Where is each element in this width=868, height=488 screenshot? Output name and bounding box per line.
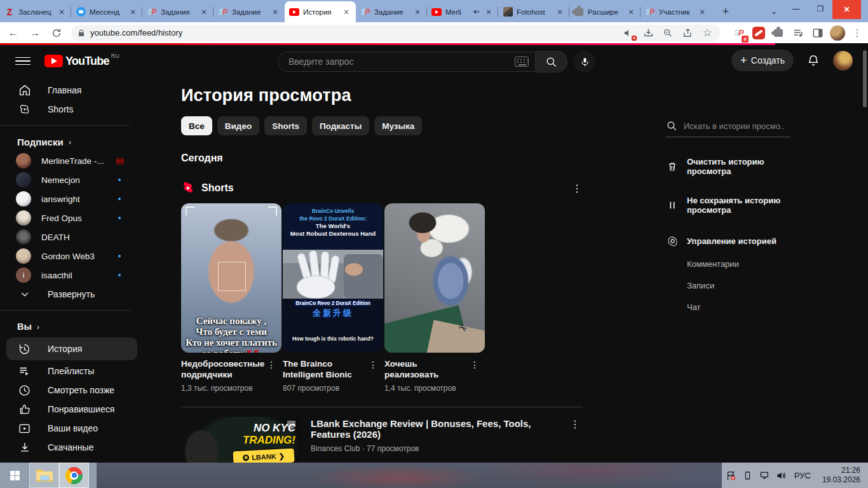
tab-zaslanec[interactable]: Z Засланец ✕	[0, 1, 71, 22]
tab-zadanie-2[interactable]: SP Задание ✕	[356, 1, 427, 22]
sidebar-item-home[interactable]: Главная	[0, 81, 146, 100]
browser-profile-avatar[interactable]	[830, 25, 845, 41]
history-search[interactable]	[666, 120, 790, 137]
youtube-search-input[interactable]	[288, 57, 515, 67]
tab-close-icon[interactable]: ✕	[412, 7, 423, 17]
short-title[interactable]: The Brainco Intelligent Bionic Hand ♥▯..…	[283, 358, 367, 380]
playlist-extension-icon[interactable]	[790, 25, 806, 41]
subscription-isaacthil[interactable]: i isaacthil	[0, 266, 146, 285]
keyboard-icon[interactable]	[515, 57, 529, 67]
youtube-logo[interactable]: YouTube RU	[44, 55, 119, 68]
phone-link-icon[interactable]	[740, 463, 756, 488]
shelf-menu-kebab-icon[interactable]: ⋮	[569, 182, 585, 194]
chip-podcasts[interactable]: Подкасты	[312, 116, 369, 135]
subscription-ianswright[interactable]: ianswright	[0, 189, 146, 208]
bookmark-star-icon[interactable]: ☆	[700, 26, 714, 40]
share-icon[interactable]	[681, 26, 695, 40]
taskbar-file-explorer[interactable]	[29, 463, 59, 488]
tab-merli[interactable]: Merli ✕	[427, 1, 498, 22]
subscriptions-header[interactable]: Подписки ›	[0, 132, 146, 151]
tab-close-icon[interactable]: ✕	[484, 7, 494, 17]
red-cube-extension-icon[interactable]	[751, 25, 766, 41]
tab-muted-icon[interactable]	[472, 7, 480, 17]
tab-close-icon[interactable]: ✕	[128, 7, 138, 17]
back-button[interactable]: ←	[5, 25, 22, 41]
subscription-death[interactable]: DEATH	[0, 227, 146, 247]
tab-close-icon[interactable]: ✕	[697, 7, 707, 17]
clear-history-button[interactable]: Очистить историю просмотра	[666, 157, 799, 176]
tab-uchastnik[interactable]: SP Участник ✕	[641, 1, 712, 22]
notifications-bell-icon[interactable]	[806, 53, 820, 67]
tab-close-icon[interactable]: ✕	[555, 7, 565, 17]
tab-close-icon[interactable]: ✕	[341, 7, 351, 17]
sidebar-expand[interactable]: Развернуть	[0, 285, 146, 304]
sidebar-item-watch-later[interactable]: Смотреть позже	[0, 381, 146, 400]
video-meta[interactable]: Binances Club · 77 просмотров	[311, 444, 567, 453]
hamburger-menu-icon[interactable]	[15, 53, 31, 69]
video-title[interactable]: LBank Exchange Review | Bonuses, Fees, T…	[311, 418, 567, 440]
tab-search-chevron-icon[interactable]: ⌄	[765, 3, 783, 20]
short-thumbnail-3[interactable]: ✂	[384, 203, 485, 353]
zoom-icon[interactable]	[661, 26, 675, 40]
tab-close-icon[interactable]: ✕	[57, 7, 67, 17]
window-minimize-button[interactable]: —	[784, 0, 808, 18]
action-center-flag-icon[interactable]	[723, 463, 740, 488]
tab-close-icon[interactable]: ✕	[270, 7, 280, 17]
side-panel-icon[interactable]	[810, 25, 825, 41]
history-search-input[interactable]	[684, 121, 785, 131]
sidebar-item-your-videos[interactable]: Ваши видео	[0, 419, 146, 438]
short-thumbnail-1[interactable]: Сейчас покажу , Что будет с теми Кто не …	[181, 203, 281, 353]
chip-all[interactable]: Все	[181, 116, 212, 135]
history-sub-item-comments[interactable]: Комментарии	[687, 259, 799, 269]
page-scrollbar[interactable]	[862, 45, 868, 463]
chip-shorts[interactable]: Shorts	[264, 116, 307, 135]
subscription-merlinetrade[interactable]: MerlineTrade -... ((•))	[0, 151, 146, 170]
url-text[interactable]: youtube.com/feed/history	[90, 28, 616, 37]
youtube-account-avatar[interactable]	[833, 51, 853, 71]
video-menu-kebab-icon[interactable]: ⋮	[567, 418, 583, 463]
sp-extension-icon[interactable]: SP 0	[731, 25, 747, 41]
history-sub-item-posts[interactable]: Записи	[687, 281, 799, 290]
tab-audio-muted-icon[interactable]: ✕	[621, 26, 635, 40]
taskbar-clock[interactable]: 21:26 19.03.2026	[818, 466, 860, 485]
tab-rasshireniya[interactable]: Расшире ✕	[569, 1, 641, 22]
pause-history-button[interactable]: Не сохранять историю просмотра	[666, 196, 799, 215]
short-title[interactable]: Недобросовестные подрядчики ,только ...	[181, 358, 265, 380]
card-menu-kebab-icon[interactable]: ⋮	[265, 360, 278, 380]
tab-messenger[interactable]: Мессенд ✕	[71, 1, 142, 22]
subscription-nemecjon[interactable]: Nemecjon	[0, 170, 146, 189]
card-menu-kebab-icon[interactable]: ⋮	[367, 360, 379, 380]
you-header[interactable]: Вы ›	[0, 317, 146, 336]
tab-history-active[interactable]: История ✕	[285, 1, 356, 22]
language-indicator[interactable]: РУС	[794, 471, 811, 480]
manage-history-button[interactable]: Управление историей	[666, 234, 799, 247]
tab-close-icon[interactable]: ✕	[199, 7, 209, 17]
reload-button[interactable]	[48, 25, 65, 41]
volume-icon[interactable]	[773, 463, 789, 488]
create-button[interactable]: + Создать	[731, 50, 794, 71]
tab-zadanie-1[interactable]: SP Задание ✕	[214, 1, 285, 22]
subscription-fredopus[interactable]: Fred Opus	[0, 208, 146, 227]
install-app-icon[interactable]	[641, 26, 655, 40]
tab-fotohost[interactable]: Fotohost ✕	[498, 1, 569, 22]
voice-search-button[interactable]	[574, 51, 595, 72]
sidebar-item-liked[interactable]: Понравившиеся	[0, 400, 146, 419]
lock-icon[interactable]	[78, 29, 85, 37]
taskbar-chrome[interactable]	[59, 463, 89, 488]
window-close-button[interactable]: ✕	[832, 0, 861, 19]
sidebar-item-downloads[interactable]: Скачанные	[0, 438, 146, 457]
extensions-puzzle-icon[interactable]	[771, 25, 786, 41]
subscription-gordonweb3[interactable]: Gordon Web3	[0, 247, 146, 266]
window-restore-button[interactable]: ❐	[808, 0, 832, 18]
tab-close-icon[interactable]: ✕	[626, 7, 636, 17]
scrollbar-thumb[interactable]	[863, 50, 867, 107]
short-thumbnail-2[interactable]: BrainCo Unveils the Revo 2 DuraX Edition…	[283, 203, 383, 353]
history-sub-item-chat[interactable]: Чат	[687, 302, 799, 312]
network-icon[interactable]	[756, 463, 773, 488]
card-menu-kebab-icon[interactable]: ⋮	[468, 360, 481, 380]
new-tab-button[interactable]: +	[717, 3, 735, 20]
tab-zadaniya[interactable]: SP Задания ✕	[142, 1, 214, 22]
chip-music[interactable]: Музыка	[374, 116, 422, 135]
video-thumbnail[interactable]: NO KYC TRADING! ⊕LBANK❯ QUICK PLATFORM O…	[181, 417, 301, 463]
youtube-search-box[interactable]	[278, 51, 536, 72]
